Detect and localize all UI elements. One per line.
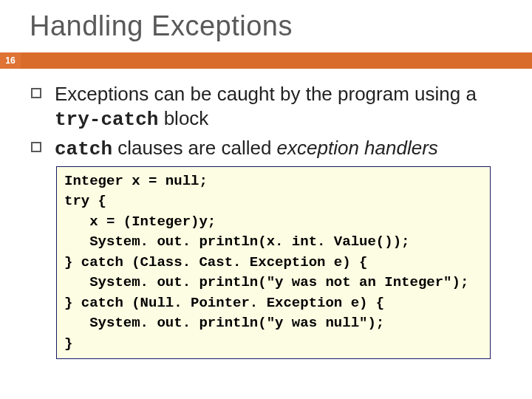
- accent-bar: 16: [0, 52, 532, 69]
- bullet-marker-icon: [31, 88, 41, 98]
- bullet-text: Exceptions can be caught by the program …: [55, 82, 510, 132]
- code-run: try-catch: [55, 109, 158, 131]
- slide-number-badge: 16: [0, 52, 21, 69]
- code-line: System. out. println("y was null");: [64, 315, 384, 331]
- code-line: Integer x = null;: [64, 173, 208, 189]
- bullet-item: Exceptions can be caught by the program …: [31, 82, 510, 132]
- code-line: System. out. println("y was not an Integ…: [64, 274, 468, 290]
- code-line: System. out. println(x. int. Value());: [64, 233, 409, 250]
- bullet-marker-icon: [31, 142, 41, 152]
- code-line: }: [64, 335, 72, 352]
- bullet-item: catch clauses are called exception handl…: [31, 136, 510, 162]
- emphasis-run: exception handlers: [277, 137, 438, 159]
- text-run: Exceptions can be caught by the program …: [55, 83, 477, 105]
- code-line: try {: [64, 193, 106, 209]
- bullet-text: catch clauses are called exception handl…: [55, 136, 438, 162]
- slide: Handling Exceptions 16 Exceptions can be…: [0, 0, 532, 399]
- text-run: clauses are called: [112, 137, 277, 159]
- slide-title: Handling Exceptions: [0, 0, 532, 52]
- text-run: block: [158, 107, 208, 129]
- code-run: catch: [55, 138, 112, 160]
- code-line: } catch (Class. Cast. Exception e) {: [64, 254, 367, 270]
- code-block: Integer x = null; try { x = (Integer)y; …: [56, 166, 491, 360]
- content-area: Exceptions can be caught by the program …: [0, 69, 532, 359]
- code-line: } catch (Null. Pointer. Exception e) {: [64, 295, 384, 311]
- code-line: x = (Integer)y;: [64, 214, 216, 230]
